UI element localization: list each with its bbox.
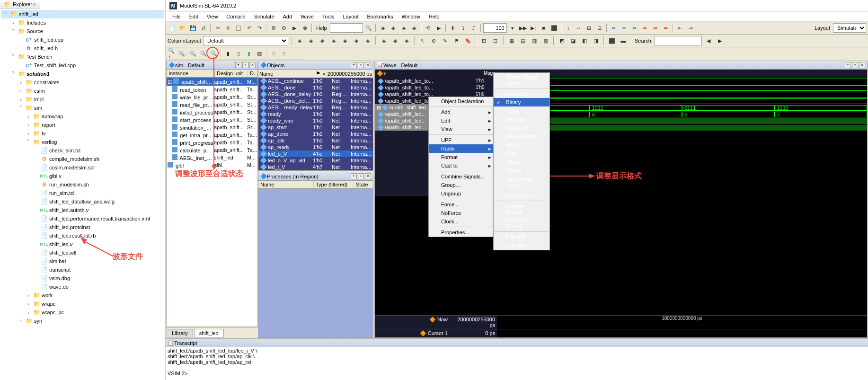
menu-window[interactable]: Window <box>398 13 424 20</box>
filter-icon[interactable]: ⚑ <box>316 71 320 77</box>
pane-icon[interactable]: ▧ <box>541 36 550 45</box>
pane-icon[interactable]: ⬛ <box>607 36 617 45</box>
subctx-time[interactable]: Time <box>494 149 549 158</box>
pane-icon[interactable]: ◩ <box>557 36 567 45</box>
object-row[interactable]: led_o_V4'heNetInterna... <box>258 150 373 157</box>
tree-item[interactable]: c⁺Test_shift_led.cpp <box>1 61 164 70</box>
subctx-octal[interactable]: Octal <box>494 106 549 115</box>
close-icon[interactable]: ✕ <box>32 1 36 8</box>
tree-item[interactable]: ⚙run_modelsim.sh <box>1 180 164 189</box>
tool-icon[interactable]: ◈ <box>389 23 398 33</box>
wave-canvas[interactable]: 1101 1011 0111 1110 e d b 7 <box>497 78 867 196</box>
edge-icon[interactable]: ⎍ <box>279 49 289 58</box>
run-all-icon[interactable]: ▶▶ <box>518 23 528 33</box>
pane-add-icon[interactable]: + <box>351 173 357 179</box>
tree-item[interactable]: RTLglbl.v <box>1 172 164 180</box>
subctx-show-base[interactable]: ✓Show Base <box>494 191 549 200</box>
tree-item[interactable]: 📄cosim.modelsim.scr <box>1 163 164 172</box>
tree-item[interactable]: 📄wave.do <box>1 283 164 291</box>
ctx-format[interactable]: Format <box>429 153 493 161</box>
find-next-icon[interactable]: ⇥ <box>686 23 695 33</box>
subctx-binary[interactable]: ✓Binary <box>494 98 549 106</box>
subctx-decimal[interactable]: Decimal <box>494 115 549 124</box>
tab-library[interactable]: Library <box>167 329 193 337</box>
ctx-radix[interactable]: RadixGlobal Signal Radix...Symbolic✓Bina… <box>429 144 493 153</box>
pane-close-icon[interactable]: × <box>859 62 865 68</box>
compile-icon[interactable]: ⚙ <box>269 23 278 33</box>
print-icon[interactable]: 🖨 <box>199 23 208 33</box>
wave-format-icon[interactable]: ▧ <box>255 49 264 58</box>
search-prev-icon[interactable]: ◀ <box>704 36 713 45</box>
tb-icon[interactable]: ◈ <box>402 36 411 45</box>
instance-row[interactable]: write_file_proc...apatb_shift...St... <box>167 93 257 101</box>
break-icon[interactable]: ⊗ <box>300 23 310 33</box>
stop-icon[interactable]: ⬛ <box>549 23 559 33</box>
object-row[interactable]: ap_start1'h1NetInterna... <box>258 124 373 131</box>
tree-item[interactable]: ›📁impl <box>1 95 164 104</box>
new-icon[interactable]: 📄 <box>168 23 177 33</box>
edge-icon[interactable]: ⎍ <box>269 49 278 58</box>
tree-item[interactable]: 📄vsim.dbg <box>1 274 164 283</box>
pane-undock-icon[interactable]: ▫ <box>242 62 248 68</box>
processes-body[interactable] <box>258 189 373 337</box>
wave-nav-icon[interactable]: ⬌ <box>630 23 639 33</box>
tree-item[interactable]: 📄run_sim.tcl <box>1 189 164 197</box>
tree-item[interactable]: ›📁Includes <box>1 18 164 27</box>
cut-icon[interactable]: ✂ <box>213 23 222 33</box>
pane-icon[interactable]: ⊟ <box>491 36 500 45</box>
tree-item[interactable]: ˅📁Source <box>1 27 164 35</box>
search-next-icon[interactable]: ▶ <box>715 36 725 45</box>
tree-item[interactable]: ›📁report <box>1 121 164 129</box>
cursor-tool-icon[interactable]: ↕ <box>564 23 573 33</box>
tb-icon[interactable]: ◈ <box>306 36 316 45</box>
find-prev-icon[interactable]: ⇤ <box>675 23 685 33</box>
tool-icon[interactable]: ◈ <box>378 23 388 33</box>
zoom-in-icon[interactable]: 🔍+ <box>168 49 177 58</box>
wave-nav-icon[interactable]: ⬌ <box>609 23 619 33</box>
open-icon[interactable]: 📂 <box>178 23 187 33</box>
subctx-use-global-setting[interactable]: Use Global Setting <box>494 175 549 189</box>
tab-shift-led[interactable]: shift_led <box>194 329 224 337</box>
wave-nav-icon[interactable]: ⬌ <box>620 23 629 33</box>
pane-icon[interactable]: ▦ <box>507 36 516 45</box>
ctx-view[interactable]: View <box>429 125 493 133</box>
ctx-noforce[interactable]: NoForce <box>429 209 493 217</box>
pane-icon[interactable]: ◧ <box>580 36 589 45</box>
cursor-icon[interactable]: ↖ <box>418 36 427 45</box>
subctx-1-float32[interactable]: 1 float32 <box>494 233 549 241</box>
wave-signal[interactable]: /apatb_shift_led_to... <box>375 78 474 84</box>
tree-item[interactable]: ›📁constraints <box>1 78 164 87</box>
bookmark-icon[interactable]: 🔖 <box>463 36 473 45</box>
tree-item[interactable]: hshift_led.h <box>1 44 164 53</box>
ctx-add[interactable]: Add <box>429 108 493 116</box>
instance-row[interactable]: get_intra_prog...apatb_shift...Ta... <box>167 131 257 139</box>
zoom-cursor-icon[interactable]: 🔍 <box>199 49 208 58</box>
tree-item[interactable]: 📄shift_led.performance.result.transactio… <box>1 214 164 223</box>
menu-add[interactable]: Add <box>279 13 296 20</box>
tb-icon[interactable]: ◈ <box>390 36 400 45</box>
columnlayout-select[interactable]: Default <box>203 36 288 45</box>
tb-icon[interactable]: ◈ <box>363 36 372 45</box>
help-go-icon[interactable]: 🔍 <box>364 23 373 33</box>
object-row[interactable]: AESL_continue1'h0NetInterna... <box>258 78 373 84</box>
ctx-properties-[interactable]: Properties... <box>429 228 493 237</box>
instance-row[interactable]: start_processapatb_shift...St... <box>167 116 257 124</box>
pane-icon[interactable]: ◪ <box>568 36 578 45</box>
tree-item[interactable]: ›📁work <box>1 291 164 300</box>
object-row[interactable]: ap_ready1'h0NetInterna... <box>258 144 373 150</box>
tree-item[interactable]: 📄check_sim.tcl <box>1 146 164 155</box>
pane-undock-icon[interactable]: ▫ <box>358 173 364 179</box>
zoom-range-icon[interactable]: 🔍 <box>209 49 219 58</box>
search-input[interactable] <box>655 36 702 45</box>
pane-icon[interactable]: ▤ <box>518 36 528 45</box>
copy-icon[interactable]: ⎘ <box>223 23 233 33</box>
tree-item[interactable]: ›📁wrapc <box>1 300 164 308</box>
tree-item[interactable]: ˅📁solution1 <box>1 70 164 78</box>
tree-item[interactable]: RTLshift_led.v <box>1 240 164 248</box>
explorer-tab[interactable]: 📁 Explorer ✕ <box>0 0 40 9</box>
wave-format-icon[interactable]: ▯ <box>234 49 243 58</box>
pane-add-icon[interactable]: + <box>845 62 851 68</box>
run-length-input[interactable] <box>483 23 507 33</box>
object-row[interactable]: AESL_done_delay1'h0Regi...Interna... <box>258 91 373 97</box>
ctx-object-declaration[interactable]: Object Declaration <box>429 97 493 106</box>
